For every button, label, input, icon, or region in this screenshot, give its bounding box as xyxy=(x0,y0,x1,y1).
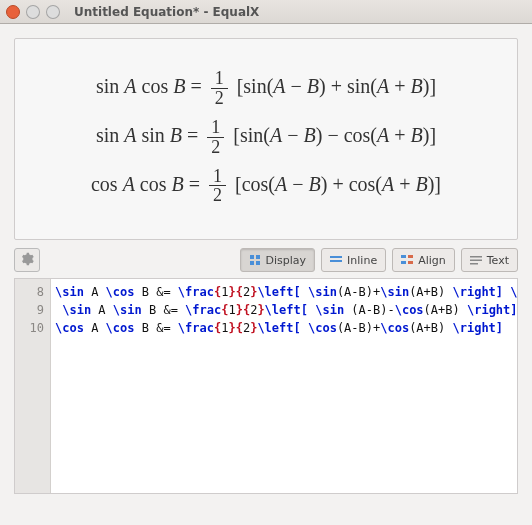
equation-line: sin A cos B = 12 [sin(A − B) + sin(A + B… xyxy=(27,69,505,108)
svg-rect-10 xyxy=(470,256,482,258)
inline-mode-button[interactable]: Inline xyxy=(321,248,386,272)
display-icon xyxy=(249,254,261,266)
fraction: 12 xyxy=(209,167,226,206)
line-number: 10 xyxy=(15,319,44,337)
code-line[interactable]: \sin A \cos B &= \frac{1}{2}\left[ \sin(… xyxy=(55,283,511,301)
svg-rect-6 xyxy=(401,255,406,258)
eq-rhs: [cos(A − B) + cos(A + B)] xyxy=(235,173,441,195)
svg-rect-8 xyxy=(401,261,406,264)
line-number: 8 xyxy=(15,283,44,301)
svg-rect-12 xyxy=(470,263,478,265)
window-minimize-button[interactable] xyxy=(26,5,40,19)
fraction: 12 xyxy=(211,69,228,108)
align-mode-button[interactable]: Align xyxy=(392,248,455,272)
eq-lhs: sin A cos B xyxy=(96,75,185,97)
titlebar: Untitled Equation* - EqualX xyxy=(0,0,532,24)
equals: = xyxy=(187,124,203,146)
svg-rect-5 xyxy=(330,260,342,262)
mode-toolbar: Display Inline Align Text xyxy=(14,248,518,272)
mode-label: Text xyxy=(487,254,509,267)
svg-rect-3 xyxy=(256,261,260,265)
window-close-button[interactable] xyxy=(6,5,20,19)
mode-label: Inline xyxy=(347,254,377,267)
text-mode-button[interactable]: Text xyxy=(461,248,518,272)
line-number-gutter: 8910 xyxy=(15,279,51,493)
source-editor[interactable]: 8910 \sin A \cos B &= \frac{1}{2}\left[ … xyxy=(14,278,518,494)
equation-preview: sin A cos B = 12 [sin(A − B) + sin(A + B… xyxy=(14,38,518,240)
svg-rect-4 xyxy=(330,256,342,258)
inline-icon xyxy=(330,254,342,266)
settings-button[interactable] xyxy=(14,248,40,272)
display-mode-button[interactable]: Display xyxy=(240,248,316,272)
code-line[interactable]: \cos A \cos B &= \frac{1}{2}\left[ \cos(… xyxy=(55,319,511,337)
svg-rect-9 xyxy=(408,261,413,264)
equals: = xyxy=(189,173,205,195)
mode-label: Display xyxy=(266,254,307,267)
align-icon xyxy=(401,254,413,266)
eq-rhs: [sin(A − B) + sin(A + B)] xyxy=(237,75,436,97)
window-title: Untitled Equation* - EqualX xyxy=(74,5,259,19)
equation-line: cos A cos B = 12 [cos(A − B) + cos(A + B… xyxy=(27,167,505,206)
eq-lhs: cos A cos B xyxy=(91,173,184,195)
gear-icon xyxy=(20,252,34,269)
equals: = xyxy=(190,75,206,97)
svg-rect-11 xyxy=(470,260,482,262)
window-body: sin A cos B = 12 [sin(A − B) + sin(A + B… xyxy=(0,24,532,525)
text-icon xyxy=(470,254,482,266)
eq-rhs: [sin(A − B) − cos(A + B)] xyxy=(233,124,436,146)
code-area[interactable]: \sin A \cos B &= \frac{1}{2}\left[ \sin(… xyxy=(51,279,517,493)
equation-line: sin A sin B = 12 [sin(A − B) − cos(A + B… xyxy=(27,118,505,157)
window-maximize-button[interactable] xyxy=(46,5,60,19)
eq-lhs: sin A sin B xyxy=(96,124,182,146)
svg-rect-0 xyxy=(250,255,254,259)
mode-label: Align xyxy=(418,254,446,267)
fraction: 12 xyxy=(207,118,224,157)
svg-rect-1 xyxy=(256,255,260,259)
line-number: 9 xyxy=(15,301,44,319)
svg-rect-7 xyxy=(408,255,413,258)
code-line[interactable]: \sin A \sin B &= \frac{1}{2}\left[ \sin … xyxy=(55,301,511,319)
svg-rect-2 xyxy=(250,261,254,265)
